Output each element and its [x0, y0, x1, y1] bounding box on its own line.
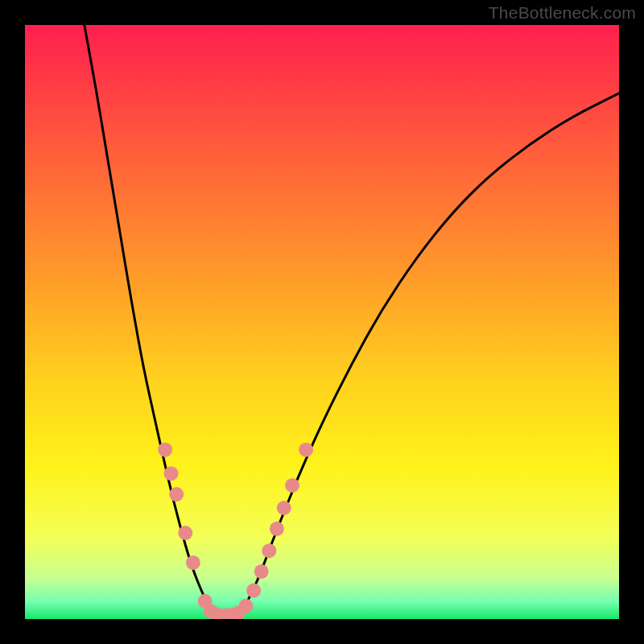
watermark-text: TheBottleneck.com — [489, 3, 636, 23]
curve-canvas — [25, 25, 619, 619]
outer-frame: TheBottleneck.com — [0, 0, 644, 644]
plot-area — [25, 25, 619, 619]
